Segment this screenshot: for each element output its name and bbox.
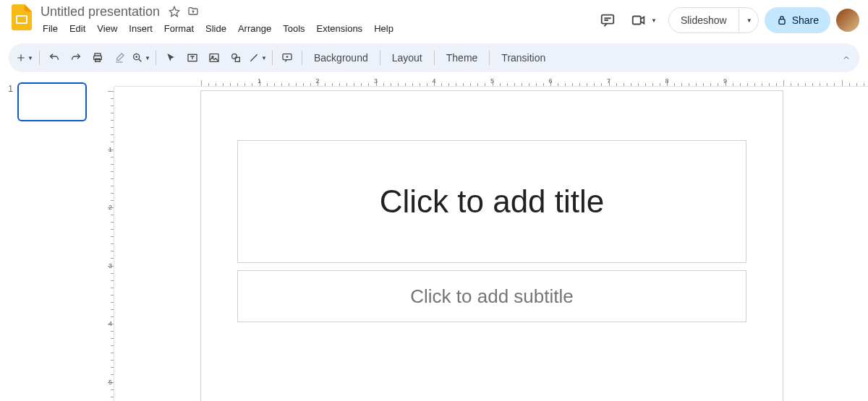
- menu-extensions[interactable]: Extensions: [312, 20, 368, 37]
- background-button[interactable]: Background: [307, 48, 375, 68]
- svg-rect-2: [602, 15, 614, 24]
- menu-file[interactable]: File: [38, 20, 63, 37]
- meet-button[interactable]: ▼: [625, 8, 663, 33]
- slideshow-caret[interactable]: ▼: [739, 8, 758, 33]
- share-label: Share: [792, 14, 819, 26]
- title-placeholder-text: Click to add title: [380, 184, 605, 220]
- shape-tool[interactable]: [226, 48, 246, 68]
- textbox-tool[interactable]: [182, 48, 203, 68]
- subtitle-placeholder[interactable]: Click to add subtitle: [237, 270, 746, 322]
- comment-button[interactable]: [277, 48, 297, 68]
- new-slide-button[interactable]: ▼: [14, 48, 35, 68]
- avatar[interactable]: [836, 9, 859, 32]
- svg-rect-3: [633, 17, 641, 25]
- horizontal-ruler[interactable]: 123456789: [114, 75, 868, 87]
- separator: [39, 51, 40, 65]
- comments-icon[interactable]: [596, 9, 619, 32]
- menu-format[interactable]: Format: [159, 20, 199, 37]
- separator: [434, 51, 435, 65]
- svg-rect-1: [17, 17, 26, 22]
- doc-title[interactable]: Untitled presentation: [38, 4, 163, 20]
- star-icon[interactable]: [167, 4, 182, 19]
- line-tool[interactable]: ▼: [247, 48, 268, 68]
- chevron-down-icon: ▼: [145, 55, 150, 61]
- subtitle-placeholder-text: Click to add subtitle: [410, 285, 573, 308]
- menu-tools[interactable]: Tools: [278, 20, 310, 37]
- zoom-button[interactable]: ▼: [131, 48, 151, 68]
- menu-view[interactable]: View: [92, 20, 122, 37]
- separator: [302, 51, 302, 65]
- menu-arrange[interactable]: Arrange: [233, 20, 276, 37]
- move-icon[interactable]: [186, 4, 200, 19]
- header: Untitled presentation File Edit View Ins…: [0, 0, 868, 40]
- paint-format-button[interactable]: [109, 48, 129, 68]
- image-tool[interactable]: [204, 48, 224, 68]
- workspace: 1 123456789 12345 Click to add title Cli…: [0, 75, 868, 401]
- layout-button[interactable]: Layout: [385, 48, 430, 68]
- collapse-toolbar-icon[interactable]: [842, 53, 851, 62]
- share-button[interactable]: Share: [765, 7, 830, 33]
- menu-insert[interactable]: Insert: [124, 20, 158, 37]
- separator: [272, 51, 273, 65]
- print-button[interactable]: [88, 48, 108, 68]
- svg-rect-7: [95, 59, 101, 61]
- vertical-ruler[interactable]: 12345: [100, 87, 114, 401]
- menu-bar: File Edit View Insert Format Slide Arran…: [38, 20, 596, 37]
- select-tool[interactable]: [161, 48, 181, 68]
- svg-rect-4: [779, 20, 785, 25]
- undo-button[interactable]: [44, 48, 64, 68]
- slide-canvas[interactable]: Click to add title Click to add subtitle: [201, 91, 783, 401]
- slides-logo[interactable]: [9, 4, 35, 30]
- separator: [489, 51, 490, 65]
- chevron-down-icon: ▼: [27, 55, 33, 61]
- transition-button[interactable]: Transition: [494, 48, 553, 68]
- slide-thumbnail[interactable]: [17, 82, 87, 121]
- menu-edit[interactable]: Edit: [64, 20, 90, 37]
- title-placeholder[interactable]: Click to add title: [237, 140, 746, 263]
- slide-number: 1: [6, 82, 13, 121]
- separator: [380, 51, 380, 65]
- canvas-area: 123456789 12345 Click to add title Click…: [100, 75, 868, 401]
- chevron-down-icon: ▼: [651, 17, 657, 24]
- menu-help[interactable]: Help: [369, 20, 399, 37]
- theme-button[interactable]: Theme: [439, 48, 485, 68]
- menu-slide[interactable]: Slide: [200, 20, 231, 37]
- chevron-down-icon: ▼: [261, 55, 267, 61]
- svg-point-12: [232, 54, 237, 59]
- redo-button[interactable]: [66, 48, 86, 68]
- separator: [156, 51, 156, 65]
- filmstrip: 1: [0, 75, 100, 401]
- toolbar: ▼ ▼ ▼ Background Layout Theme Transitio: [9, 43, 859, 72]
- slideshow-button[interactable]: Slideshow: [669, 8, 739, 33]
